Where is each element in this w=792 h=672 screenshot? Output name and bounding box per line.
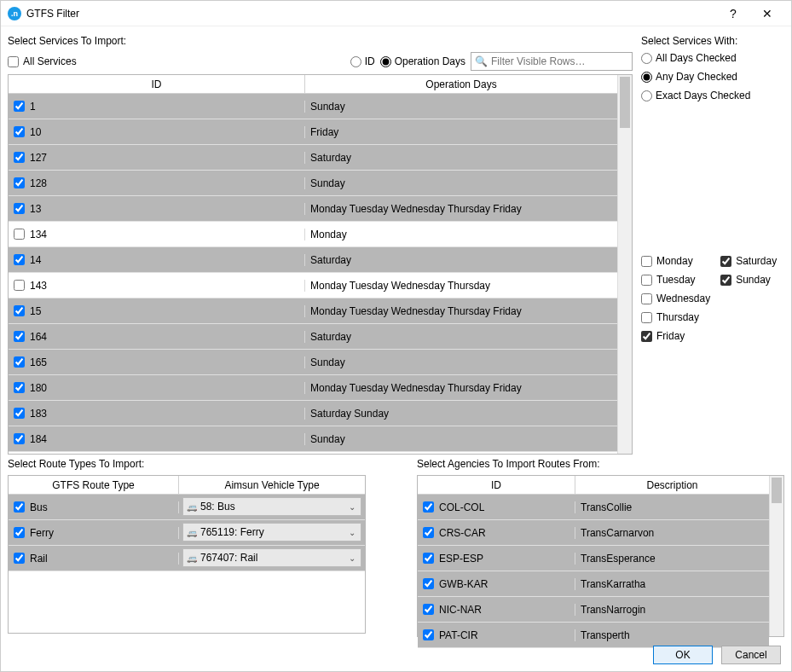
service-checkbox[interactable] bbox=[14, 203, 25, 214]
service-days: Saturday bbox=[305, 331, 617, 343]
agency-row[interactable]: PAT-CIRTransperth bbox=[418, 623, 769, 648]
radio-any-day[interactable]: Any Day Checked bbox=[641, 71, 784, 83]
service-days: Sunday bbox=[305, 101, 617, 113]
service-id: 165 bbox=[30, 356, 47, 368]
service-id: 134 bbox=[30, 229, 47, 240]
service-days: Saturday bbox=[305, 254, 617, 266]
agency-row[interactable]: ESP-ESPTransEsperance bbox=[418, 546, 769, 571]
agency-row[interactable]: COL-COLTransCollie bbox=[418, 495, 769, 520]
service-checkbox[interactable] bbox=[14, 177, 25, 188]
service-checkbox[interactable] bbox=[14, 356, 25, 368]
vehicle-icon: 🚐 bbox=[187, 502, 197, 512]
day-wed-checkbox[interactable]: Wednesday bbox=[641, 293, 710, 304]
route-type-checkbox[interactable] bbox=[14, 501, 25, 513]
header-operation-days[interactable]: Operation Days bbox=[305, 75, 617, 93]
chevron-down-icon: ⌄ bbox=[349, 553, 356, 563]
agency-desc: TransCarnarvon bbox=[575, 527, 769, 539]
agency-row[interactable]: NIC-NARTransNarrogin bbox=[418, 597, 769, 623]
services-scrollbar[interactable] bbox=[617, 75, 632, 454]
day-tue-checkbox[interactable]: Tuesday bbox=[641, 274, 710, 286]
agency-checkbox[interactable] bbox=[423, 578, 434, 589]
chevron-down-icon: ⌄ bbox=[349, 502, 356, 512]
service-checkbox[interactable] bbox=[14, 152, 25, 163]
service-days: Sunday bbox=[305, 356, 617, 368]
cancel-button[interactable]: Cancel bbox=[721, 646, 781, 664]
day-fri-checkbox[interactable]: Friday bbox=[641, 330, 710, 342]
vehicle-type-label: 767407: Rail bbox=[200, 552, 257, 564]
service-row[interactable]: 128Sunday bbox=[9, 171, 617, 196]
select-services-label: Select Services To Import: bbox=[8, 35, 633, 47]
agency-checkbox[interactable] bbox=[423, 604, 434, 615]
radio-all-days[interactable]: All Days Checked bbox=[641, 52, 784, 64]
service-days: Saturday bbox=[305, 152, 617, 164]
vehicle-type-combo[interactable]: 🚐58: Bus⌄ bbox=[182, 497, 361, 516]
header-id[interactable]: ID bbox=[9, 75, 305, 93]
vehicle-type-combo[interactable]: 🚐767407: Rail⌄ bbox=[182, 548, 361, 567]
agency-row[interactable]: CRS-CARTransCarnarvon bbox=[418, 520, 769, 546]
service-checkbox[interactable] bbox=[14, 305, 25, 316]
header-agency-id[interactable]: ID bbox=[418, 476, 575, 494]
radio-operation-days[interactable]: Operation Days bbox=[380, 55, 465, 67]
all-services-checkbox[interactable]: All Services bbox=[8, 55, 77, 67]
agency-checkbox[interactable] bbox=[423, 501, 434, 513]
service-checkbox[interactable] bbox=[14, 254, 25, 265]
agency-row[interactable]: GWB-KARTransKarratha bbox=[418, 571, 769, 597]
vehicle-type-combo[interactable]: 🚐765119: Ferry⌄ bbox=[182, 523, 361, 542]
route-type-row: Rail🚐767407: Rail⌄ bbox=[9, 546, 365, 571]
radio-exact-days[interactable]: Exact Days Checked bbox=[641, 90, 784, 101]
service-checkbox[interactable] bbox=[14, 280, 25, 291]
agency-desc: TransEsperance bbox=[575, 553, 769, 565]
day-thu-checkbox[interactable]: Thursday bbox=[641, 311, 710, 323]
day-sat-checkbox[interactable]: Saturday bbox=[720, 255, 777, 267]
service-checkbox[interactable] bbox=[14, 126, 25, 137]
service-row[interactable]: 1Sunday bbox=[9, 94, 617, 119]
service-row[interactable]: 143Monday Tuesday Wednesday Thursday bbox=[9, 273, 617, 298]
route-type-row: Ferry🚐765119: Ferry⌄ bbox=[9, 520, 365, 546]
service-row[interactable]: 184Sunday bbox=[9, 426, 617, 452]
service-id: 184 bbox=[30, 433, 47, 445]
service-row[interactable]: 183Saturday Sunday bbox=[9, 401, 617, 426]
service-row[interactable]: 127Saturday bbox=[9, 145, 617, 171]
service-row[interactable]: 10Friday bbox=[9, 119, 617, 145]
service-checkbox[interactable] bbox=[14, 408, 25, 419]
agency-id: GWB-KAR bbox=[439, 578, 488, 590]
agency-desc: TransCollie bbox=[575, 501, 769, 513]
service-checkbox[interactable] bbox=[14, 382, 25, 393]
service-checkbox[interactable] bbox=[14, 433, 25, 444]
header-aimsun-type[interactable]: Aimsun Vehicle Type bbox=[179, 476, 365, 494]
close-button[interactable]: ✕ bbox=[750, 2, 784, 26]
ok-button[interactable]: OK bbox=[653, 646, 713, 664]
service-id: 143 bbox=[30, 280, 47, 292]
service-checkbox[interactable] bbox=[14, 101, 25, 112]
agency-checkbox[interactable] bbox=[423, 527, 434, 538]
day-sun-checkbox[interactable]: Sunday bbox=[720, 274, 777, 286]
service-row[interactable]: 134Monday bbox=[9, 222, 617, 247]
agency-id: COL-COL bbox=[439, 501, 484, 513]
service-checkbox[interactable] bbox=[14, 229, 25, 240]
agency-checkbox[interactable] bbox=[423, 553, 434, 564]
help-button[interactable]: ? bbox=[716, 2, 750, 26]
agency-desc: TransKarratha bbox=[575, 578, 769, 590]
day-mon-checkbox[interactable]: Monday bbox=[641, 255, 710, 267]
service-row[interactable]: 165Sunday bbox=[9, 350, 617, 375]
route-type-checkbox[interactable] bbox=[14, 553, 25, 564]
service-row[interactable]: 164Saturday bbox=[9, 324, 617, 350]
agency-checkbox[interactable] bbox=[423, 629, 434, 640]
route-type-checkbox[interactable] bbox=[14, 527, 25, 538]
route-types-table: GTFS Route Type Aimsun Vehicle Type Bus🚐… bbox=[8, 475, 366, 634]
filter-input-wrap[interactable]: 🔍 bbox=[471, 52, 633, 71]
filter-input[interactable] bbox=[491, 55, 628, 67]
service-row[interactable]: 13Monday Tuesday Wednesday Thursday Frid… bbox=[9, 196, 617, 222]
service-checkbox[interactable] bbox=[14, 331, 25, 342]
header-agency-desc[interactable]: Description bbox=[575, 476, 769, 494]
service-row[interactable]: 15Monday Tuesday Wednesday Thursday Frid… bbox=[9, 298, 617, 324]
service-row[interactable]: 180Monday Tuesday Wednesday Thursday Fri… bbox=[9, 375, 617, 401]
service-id: 180 bbox=[30, 382, 47, 394]
titlebar: .n GTFS Filter ? ✕ bbox=[1, 1, 791, 26]
agencies-scrollbar[interactable] bbox=[769, 476, 783, 636]
service-row[interactable]: 14Saturday bbox=[9, 247, 617, 273]
header-gtfs-route[interactable]: GTFS Route Type bbox=[9, 476, 179, 494]
agency-desc: TransNarrogin bbox=[575, 604, 769, 616]
agencies-table: ID Description COL-COLTransCollieCRS-CAR… bbox=[417, 475, 784, 637]
radio-id[interactable]: ID bbox=[350, 55, 375, 67]
